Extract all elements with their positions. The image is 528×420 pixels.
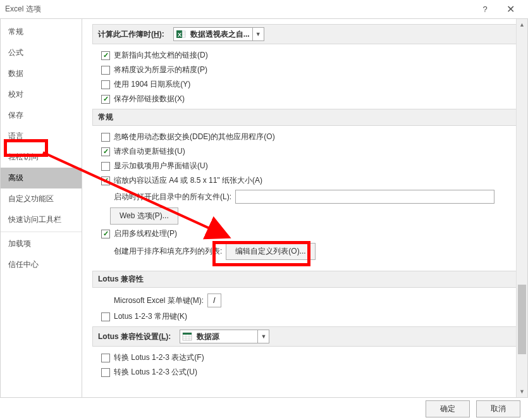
checkbox-multithread[interactable] xyxy=(101,230,110,238)
label-multithread: 启用多线程处理(P) xyxy=(114,228,177,239)
sidebar-item-formulas[interactable]: 公式 xyxy=(1,42,82,63)
row-custom-list: 创建用于排序和填充序列的列表: 编辑自定义列表(O)... xyxy=(92,241,517,262)
calc-header-prefix: 计算此工作簿时( xyxy=(98,29,154,40)
sidebar-item-language[interactable]: 语言 xyxy=(1,126,82,147)
label-lotus-formula: 转换 Lotus 1-2-3 表达式(F) xyxy=(114,352,204,363)
startup-files-input[interactable] xyxy=(235,190,494,204)
checkbox-update-links[interactable] xyxy=(101,51,110,60)
checkbox-addin-errors[interactable] xyxy=(101,162,110,171)
calc-combo-text: 数据透视表之自... xyxy=(188,29,252,40)
label-custom-list: 创建用于排序和填充序列的列表: xyxy=(114,246,222,257)
svg-rect-6 xyxy=(183,333,192,335)
label-1904: 使用 1904 日期系统(Y) xyxy=(114,79,190,90)
label-startup-files: 启动时打开此目录中的所有文件(L): xyxy=(114,192,231,202)
checkbox-lotus-help[interactable] xyxy=(101,312,110,321)
checkbox-1904[interactable] xyxy=(101,80,110,89)
option-multithread[interactable]: 启用多线程处理(P) xyxy=(92,226,517,241)
menu-key-input[interactable] xyxy=(207,293,221,307)
calc-header-key: H xyxy=(154,30,159,39)
option-scale-paper[interactable]: 缩放内容以适应 A4 或 8.5 x 11" 纸张大小(A) xyxy=(92,173,517,188)
option-lotus-formula[interactable]: 转换 Lotus 1-2-3 表达式(F) xyxy=(92,350,517,365)
option-precision[interactable]: 将精度设为所显示的精度(P) xyxy=(92,63,517,77)
checkbox-lotus-formula[interactable] xyxy=(101,354,110,362)
label-auto-update: 请求自动更新链接(U) xyxy=(114,146,185,157)
sidebar-item-quick-access[interactable]: 快速访问工具栏 xyxy=(1,209,82,230)
sidebar-item-proofing[interactable]: 校对 xyxy=(1,84,82,105)
label-lotus-help: Lotus 1-2-3 常用键(K) xyxy=(114,311,187,322)
section-lotus-settings: Lotus 兼容性设置(L): 数据源 ▼ xyxy=(92,326,517,347)
lotus-combo-text: 数据源 xyxy=(194,331,257,342)
lotus-settings-prefix: Lotus 兼容性设置( xyxy=(98,331,161,342)
label-scale-paper: 缩放内容以适应 A4 或 8.5 x 11" 纸张大小(A) xyxy=(114,175,262,186)
titlebar: Excel 选项 ? ✕ xyxy=(0,0,528,19)
calc-workbook-combo[interactable]: X 数据透视表之自... ▼ xyxy=(173,27,264,41)
lotus-settings-key: L xyxy=(161,332,166,341)
svg-text:X: X xyxy=(178,32,181,38)
main: 常规 公式 数据 校对 保存 语言 轻松访问 高级 自定义功能区 快速访问工具栏… xyxy=(0,19,528,397)
ok-button[interactable]: 确定 xyxy=(426,400,470,417)
section-calc-workbook: 计算此工作簿时(H): X 数据透视表之自... ▼ xyxy=(92,24,517,44)
sidebar-item-save[interactable]: 保存 xyxy=(1,105,82,126)
row-web-options: Web 选项(P)... xyxy=(92,206,517,226)
chevron-down-icon[interactable]: ▼ xyxy=(252,28,264,40)
row-menu-key: Microsoft Excel 菜单键(M): xyxy=(92,292,517,309)
close-icon[interactable]: ✕ xyxy=(498,3,523,15)
option-1904[interactable]: 使用 1904 日期系统(Y) xyxy=(92,77,517,92)
lotus-settings-suffix: ): xyxy=(166,332,171,341)
sidebar-divider xyxy=(1,232,82,232)
svg-rect-2 xyxy=(182,31,185,37)
window-title: Excel 选项 xyxy=(5,4,472,15)
sidebar-item-trust-center[interactable]: 信任中心 xyxy=(1,254,82,275)
scroll-down-icon[interactable]: ▼ xyxy=(517,386,527,397)
sidebar-item-advanced[interactable]: 高级 xyxy=(1,168,82,188)
label-ignore-dde: 忽略使用动态数据交换(DDE)的其他应用程序(O) xyxy=(114,132,275,142)
sidebar-item-customize-ribbon[interactable]: 自定义功能区 xyxy=(1,188,82,209)
option-lotus-formula-entry[interactable]: 转换 Lotus 1-2-3 公式(U) xyxy=(92,365,517,380)
checkbox-auto-update[interactable] xyxy=(101,147,110,156)
checkbox-scale-paper[interactable] xyxy=(101,176,110,185)
label-save-ext: 保存外部链接数据(X) xyxy=(114,94,185,104)
option-lotus-help[interactable]: Lotus 1-2-3 常用键(K) xyxy=(92,309,517,324)
scroll-up-icon[interactable]: ▲ xyxy=(517,19,527,30)
help-icon[interactable]: ? xyxy=(472,4,498,14)
sidebar: 常规 公式 数据 校对 保存 语言 轻松访问 高级 自定义功能区 快速访问工具栏… xyxy=(0,19,82,397)
checkbox-ignore-dde[interactable] xyxy=(101,133,110,142)
label-menu-key: Microsoft Excel 菜单键(M): xyxy=(114,295,204,306)
checkbox-save-ext[interactable] xyxy=(101,95,110,104)
option-auto-update[interactable]: 请求自动更新链接(U) xyxy=(92,144,517,159)
edit-custom-list-button[interactable]: 编辑自定义列表(O)... xyxy=(226,243,315,260)
label-update-links: 更新指向其他文档的链接(D) xyxy=(114,50,208,61)
chevron-down-icon[interactable]: ▼ xyxy=(257,330,269,343)
checkbox-precision[interactable] xyxy=(101,66,110,75)
general-header-text: 常规 xyxy=(98,112,113,123)
option-ignore-dde[interactable]: 忽略使用动态数据交换(DDE)的其他应用程序(O) xyxy=(92,130,517,144)
scroll-thumb[interactable] xyxy=(518,285,526,354)
option-save-ext[interactable]: 保存外部链接数据(X) xyxy=(92,92,517,106)
sidebar-item-ease-of-access[interactable]: 轻松访问 xyxy=(1,147,82,168)
dialog-footer: 确定 取消 xyxy=(0,397,528,420)
option-startup-files: 启动时打开此目录中的所有文件(L): xyxy=(92,188,517,206)
worksheet-icon xyxy=(181,331,193,342)
label-addin-errors: 显示加载项用户界面错误(U) xyxy=(114,161,208,171)
web-options-button[interactable]: Web 选项(P)... xyxy=(110,207,178,225)
sidebar-item-general[interactable]: 常规 xyxy=(1,22,82,42)
checkbox-lotus-formula-entry[interactable] xyxy=(101,368,110,377)
excel-file-icon: X xyxy=(175,28,187,40)
lotus-compat-header-text: Lotus 兼容性 xyxy=(98,274,144,285)
section-general: 常规 xyxy=(92,109,517,126)
lotus-settings-combo[interactable]: 数据源 ▼ xyxy=(180,330,269,343)
vertical-scrollbar[interactable]: ▲ ▼ xyxy=(516,19,527,397)
label-lotus-formula-entry: 转换 Lotus 1-2-3 公式(U) xyxy=(114,367,197,378)
cancel-button[interactable]: 取消 xyxy=(476,400,520,417)
sidebar-item-addins[interactable]: 加载项 xyxy=(1,233,82,254)
sidebar-item-data[interactable]: 数据 xyxy=(1,63,82,84)
label-precision: 将精度设为所显示的精度(P) xyxy=(114,65,207,75)
option-addin-errors[interactable]: 显示加载项用户界面错误(U) xyxy=(92,159,517,173)
section-lotus-compat: Lotus 兼容性 xyxy=(92,271,517,288)
content-pane: 计算此工作簿时(H): X 数据透视表之自... ▼ 更新指向其他文档的链接(D… xyxy=(82,19,528,397)
option-update-links[interactable]: 更新指向其他文档的链接(D) xyxy=(92,48,517,63)
calc-header-suffix: ): xyxy=(159,30,164,39)
